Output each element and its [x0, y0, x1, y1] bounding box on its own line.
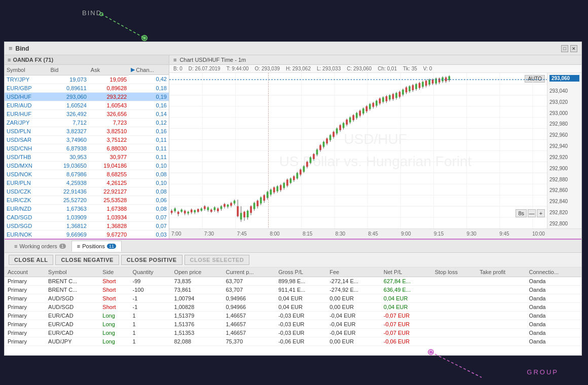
price-293040: 293,040 — [549, 88, 579, 94]
chart-panel: ≡ Chart USD/HUF Time - 1m B: 0 D: 26.07.… — [169, 55, 581, 239]
svg-rect-77 — [243, 212, 245, 217]
change-cell: 0,07 — [129, 213, 169, 221]
pos-fee: 0,00 EUR — [326, 294, 381, 303]
positions-table-row[interactable]: Primary EUR/CAD Long 1 1,51376 1,46657 -… — [5, 320, 581, 329]
col-fee[interactable]: Fee — [326, 267, 381, 277]
zoom-minus-button[interactable]: — — [528, 209, 536, 217]
col-change[interactable]: ▶ Chan... — [129, 65, 169, 75]
col-ask[interactable]: Ask — [89, 65, 129, 75]
restore-button[interactable]: □ — [561, 45, 568, 52]
pos-quantity: -1 — [130, 303, 171, 312]
symbol-table-row[interactable]: USD/SAR 3,74960 3,75122 0,11 — [5, 135, 169, 144]
symbol-table-scroll[interactable]: Symbol Bid Ask ▶ Chan... TRY/JPY 19,073 … — [5, 65, 169, 239]
positions-table-row[interactable]: Primary AUD/SGD Short -1 1,00794 0,94966… — [5, 294, 581, 303]
bid-cell: 1,67363 — [49, 204, 89, 213]
time-930: 9:30 — [466, 231, 476, 237]
symbol-table-row[interactable]: EUR/CZK 25,52720 25,53528 0,06 — [5, 196, 169, 204]
positions-table-row[interactable]: Primary EUR/CAD Long 1 1,51379 1,46657 -… — [5, 312, 581, 320]
col-bid[interactable]: Bid — [49, 65, 89, 75]
symbol-table-row[interactable]: USD/THB 30,953 30,977 0,11 — [5, 152, 169, 161]
close-negative-button[interactable]: CLOSE NEGATIVE — [55, 255, 119, 265]
col-current-p[interactable]: Current p... — [223, 267, 275, 277]
col-gross-pl[interactable]: Gross P/L — [275, 267, 326, 277]
symbol-table-row[interactable]: USD/MXN 19,03650 19,04186 0,10 — [5, 161, 169, 170]
close-selected-button[interactable]: CLOSE SELECTED — [185, 255, 250, 265]
symbol-table-row[interactable]: EUR/NZD 1,67363 1,67388 0,08 — [5, 204, 169, 213]
svg-rect-113 — [303, 166, 305, 172]
svg-rect-39 — [180, 210, 182, 212]
col-symbol[interactable]: Symbol — [45, 267, 99, 277]
positions-table-row[interactable]: Primary BRENT C... Short -100 73,861 63,… — [5, 286, 581, 294]
pos-connection: Oanda — [526, 329, 581, 337]
chart-drawing-area[interactable]: USD/HUF US Dollar vs. Hungarian Forint A… — [169, 73, 581, 228]
pos-quantity: 1 — [130, 312, 171, 320]
pos-symbol: BRENT C... — [45, 277, 99, 286]
symbol-table-row[interactable]: EUR/PLN 4,25938 4,26125 0,10 — [5, 178, 169, 187]
col-account[interactable]: Account — [5, 267, 45, 277]
pos-side: Long — [99, 312, 129, 320]
pos-quantity: -99 — [130, 277, 171, 286]
close-button[interactable]: ✕ — [570, 45, 577, 52]
svg-rect-157 — [376, 101, 378, 106]
col-side[interactable]: Side — [99, 267, 129, 277]
pos-side: Short — [99, 294, 129, 303]
symbol-table-row[interactable]: CAD/SGD 1,03909 1,03934 0,07 — [5, 213, 169, 221]
svg-rect-155 — [372, 103, 374, 107]
svg-line-4 — [431, 352, 482, 377]
col-stop-loss[interactable]: Stop loss — [432, 267, 477, 277]
pos-account: Primary — [5, 337, 45, 346]
time-900: 9:00 — [401, 231, 411, 237]
col-take-profit[interactable]: Take profit — [476, 267, 526, 277]
col-open-price[interactable]: Open price — [171, 267, 223, 277]
col-connection[interactable]: Connectio... — [526, 267, 581, 277]
symbol-table-row[interactable]: USD/CZK 22,91436 22,92127 0,08 — [5, 187, 169, 196]
svg-rect-177 — [409, 86, 411, 91]
price-292880: 292,880 — [549, 177, 579, 182]
symbol-table-row[interactable]: USD/CNH 6,87938 6,88030 0,11 — [5, 144, 169, 152]
symbol-table-row[interactable]: USD/NOK 8,67986 8,68255 0,08 — [5, 170, 169, 178]
symbol-table-row[interactable]: TRY/JPY 19,073 19,095 0,42 — [5, 75, 169, 84]
svg-rect-197 — [442, 78, 444, 82]
positions-table-wrap[interactable]: Account Symbol Side Quantity Open price … — [5, 267, 581, 355]
symbol-panel-title: OANDA FX (71) — [13, 57, 53, 63]
symbol-table-row[interactable]: EUR/HUF 326,492 326,656 0,14 — [5, 109, 169, 118]
symbol-table-row[interactable]: EUR/NOK 9,66969 9,67270 0,03 — [5, 230, 169, 239]
svg-rect-119 — [313, 154, 315, 159]
change-cell: 0,12 — [129, 118, 169, 127]
symbol-table-row[interactable]: EUR/GBP 0,89611 0,89628 0,18 — [5, 84, 169, 92]
pos-gross-pl: -0,03 EUR — [275, 320, 326, 329]
tab-working-orders-label: Working orders — [19, 243, 57, 249]
change-cell: 0,08 — [129, 170, 169, 178]
svg-rect-137 — [343, 123, 345, 128]
pos-connection: Oanda — [526, 312, 581, 320]
symbol-table-row[interactable]: EUR/AUD 1,60524 1,60543 0,16 — [5, 101, 169, 109]
svg-rect-55 — [207, 207, 209, 210]
zoom-plus-button[interactable]: + — [537, 209, 545, 217]
positions-table-row[interactable]: Primary EUR/CAD Long 1 1,51353 1,46657 -… — [5, 329, 581, 337]
col-quantity[interactable]: Quantity — [130, 267, 171, 277]
positions-table-row[interactable]: Primary AUD/SGD Short -1 1,00828 0,94966… — [5, 303, 581, 312]
tab-positions[interactable]: ≡ Positions 11 — [71, 241, 122, 252]
pos-account: Primary — [5, 277, 45, 286]
bid-cell: 30,953 — [49, 152, 89, 161]
positions-table-row[interactable]: Primary BRENT C... Short -99 73,835 63,7… — [5, 277, 581, 286]
svg-rect-103 — [286, 180, 288, 186]
change-cell: 0,11 — [129, 135, 169, 144]
col-net-pl[interactable]: Net P/L — [381, 267, 432, 277]
pos-open-price: 1,51379 — [171, 312, 223, 320]
svg-line-0 — [101, 14, 144, 38]
pos-net-pl: -0,06 EUR — [381, 337, 432, 346]
symbol-table-row[interactable]: ZAR/JPY 7,712 7,723 0,12 — [5, 118, 169, 127]
symbol-table-row[interactable]: USD/SGD 1,36812 1,36828 0,07 — [5, 221, 169, 230]
close-all-button[interactable]: CLOSE ALL — [9, 255, 53, 265]
close-positive-button[interactable]: CLOSE POSITIVE — [121, 255, 182, 265]
svg-rect-143 — [352, 115, 354, 120]
symbol-table-row[interactable]: USD/PLN 3,82327 3,82510 0,16 — [5, 127, 169, 135]
symbol-cell: USD/PLN — [5, 127, 49, 135]
pos-quantity: -100 — [130, 286, 171, 294]
symbol-table-row[interactable]: USD/HUF 293,060 293,222 0,19 — [5, 92, 169, 101]
pos-account: Primary — [5, 286, 45, 294]
col-symbol[interactable]: Symbol — [5, 65, 49, 75]
positions-table-row[interactable]: Primary AUD/JPY Long 1 82,088 75,370 -0,… — [5, 337, 581, 346]
tab-working-orders[interactable]: ≡ Working orders 1 — [9, 241, 71, 252]
